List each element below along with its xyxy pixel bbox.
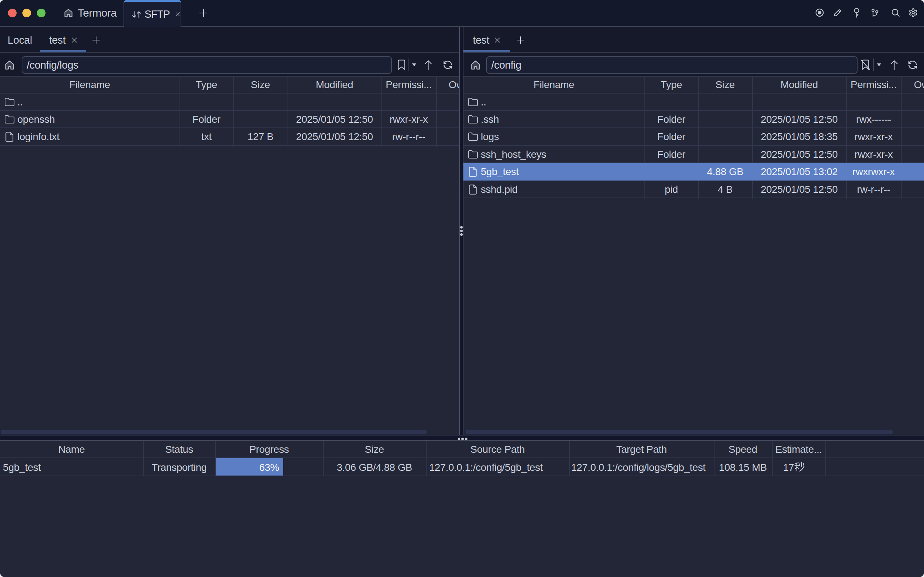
col-size[interactable]: Size: [233, 77, 287, 93]
filename-cell: sshd.pid: [463, 181, 644, 198]
column-divider: [714, 441, 714, 475]
traffic-zoom-button[interactable]: [37, 9, 45, 17]
right-bookmark-dropdown-icon[interactable]: [877, 63, 881, 66]
left-bookmark-dropdown-icon[interactable]: [412, 63, 416, 66]
file-row[interactable]: openssh Folder 2025/01/05 12:50 rwxr-xr-…: [0, 111, 459, 128]
right-horizontal-scrollbar[interactable]: [466, 430, 893, 434]
filename-label: 5gb_test: [481, 163, 519, 180]
right-refresh-icon[interactable]: [907, 59, 918, 71]
left-tab-test[interactable]: test: [49, 27, 66, 53]
col-permissions[interactable]: Permissi...: [381, 77, 436, 93]
filename-cell: logs: [463, 128, 644, 145]
filename-label: ..: [17, 93, 23, 110]
left-tab-local[interactable]: Local: [8, 27, 32, 53]
filename-cell: openssh: [0, 111, 179, 127]
col-filename[interactable]: Filename: [463, 77, 644, 93]
file-row[interactable]: ..: [0, 93, 459, 111]
transfer-name[interactable]: 5gb_test: [0, 459, 143, 475]
col-owner[interactable]: Ow: [901, 77, 924, 93]
file-row-selected[interactable]: 5gb_test 4.88 GB 2025/01/05 13:02 rwxrwx…: [463, 163, 924, 181]
column-divider: [436, 76, 437, 147]
filename-cell: ..: [463, 93, 644, 110]
right-pane-new-tab-button[interactable]: [516, 35, 525, 45]
file-cell: 2025/01/05 12:50: [287, 111, 381, 127]
gear-icon[interactable]: [908, 8, 918, 17]
file-icon: [5, 132, 13, 142]
col-type[interactable]: Type: [644, 77, 698, 93]
filename-cell: loginfo.txt: [0, 128, 179, 145]
left-home-icon[interactable]: [5, 60, 14, 70]
left-horizontal-scrollbar[interactable]: [1, 430, 427, 434]
left-refresh-icon[interactable]: [442, 59, 453, 71]
tab-sftp-close-icon[interactable]: [175, 11, 181, 18]
file-row[interactable]: .ssh Folder 2025/01/05 12:50 rwx------: [463, 111, 924, 128]
right-tab-test[interactable]: test: [473, 27, 489, 53]
traffic-minimize-button[interactable]: [23, 9, 31, 17]
file-row[interactable]: logs Folder 2025/01/05 18:35 rwxr-xr-x: [463, 128, 924, 145]
right-tab-test-close-icon[interactable]: [494, 37, 501, 44]
file-row[interactable]: sshd.pid pid 4 B 2025/01/05 12:50 rw-r--…: [463, 181, 924, 198]
transfer-col-estimate[interactable]: Estimate...: [772, 441, 826, 458]
right-up-directory-icon[interactable]: [890, 60, 898, 70]
transfer-arrows-icon: [132, 10, 141, 19]
left-tab-test-close-icon[interactable]: [71, 37, 78, 44]
filename-label: logs: [481, 128, 499, 145]
right-bookmark-slash-icon[interactable]: [861, 60, 870, 70]
file-cell: 2025/01/05 18:35: [752, 128, 847, 145]
file-cell: rwxrwxr-x: [847, 163, 901, 180]
col-modified[interactable]: Modified: [287, 77, 381, 93]
left-path-input[interactable]: /config/logs: [22, 56, 392, 74]
filename-label: .ssh: [481, 111, 499, 127]
key-icon[interactable]: [853, 8, 861, 18]
file-cell: Folder: [644, 128, 698, 145]
file-row[interactable]: ssh_host_keys Folder 2025/01/05 12:50 rw…: [463, 146, 924, 163]
right-path-input[interactable]: /config: [486, 56, 858, 74]
transfer-size: 3.06 GB/4.88 GB: [323, 459, 426, 475]
col-modified[interactable]: Modified: [752, 77, 847, 93]
folder-icon: [468, 98, 478, 106]
column-divider: [826, 441, 826, 475]
right-home-icon[interactable]: [471, 60, 480, 70]
file-cell: 127 B: [233, 128, 287, 145]
file-cell: rwx------: [847, 111, 901, 127]
transfer-progress-bar: 63%: [215, 458, 283, 475]
file-row[interactable]: ..: [463, 93, 924, 111]
record-icon[interactable]: [815, 8, 824, 17]
file-cell: txt: [179, 128, 233, 145]
transfer-col-target[interactable]: Target Path: [569, 441, 714, 458]
traffic-close-button[interactable]: [8, 9, 17, 17]
left-active-tab-underline: [40, 50, 86, 52]
column-divider: [287, 76, 288, 147]
new-window-tab-button[interactable]: [198, 8, 208, 18]
transfer-col-size[interactable]: Size: [323, 441, 426, 458]
column-divider: [323, 441, 324, 475]
tab-termora[interactable]: Termora: [58, 0, 123, 26]
transfer-col-progress[interactable]: Progress: [215, 441, 323, 458]
filename-label: sshd.pid: [481, 181, 518, 198]
transfer-col-source[interactable]: Source Path: [426, 441, 569, 458]
left-up-directory-icon[interactable]: [424, 60, 432, 70]
file-row[interactable]: loginfo.txt txt 127 B 2025/01/05 12:50 r…: [0, 128, 459, 145]
column-divider: [426, 441, 427, 475]
toolbar-separator: [873, 58, 874, 71]
left-pane-new-tab-button[interactable]: [91, 35, 101, 45]
git-branch-icon[interactable]: [870, 8, 880, 17]
transfer-col-speed[interactable]: Speed: [714, 441, 772, 458]
right-file-table: Filename Type Size Modified Permissi... …: [463, 76, 924, 435]
search-icon[interactable]: [891, 8, 900, 17]
col-filename[interactable]: Filename: [0, 77, 179, 93]
file-cell: rw-r--r--: [381, 128, 436, 145]
tab-sftp[interactable]: SFTP: [124, 0, 181, 27]
col-type[interactable]: Type: [179, 77, 233, 93]
pencil-icon[interactable]: [833, 8, 842, 17]
col-size[interactable]: Size: [698, 77, 752, 93]
right-pane-tabbar: test: [463, 27, 924, 53]
transfer-col-name[interactable]: Name: [0, 441, 143, 458]
row-divider: [463, 198, 924, 198]
left-file-table: Filename Type Size Modified Permissi... …: [0, 76, 459, 435]
col-permissions[interactable]: Permissi...: [847, 77, 901, 93]
transfer-col-status[interactable]: Status: [143, 441, 215, 458]
file-cell: 2025/01/05 12:50: [752, 146, 847, 163]
left-pane-toolbar: /config/logs: [0, 56, 459, 76]
left-bookmark-icon[interactable]: [398, 60, 405, 70]
